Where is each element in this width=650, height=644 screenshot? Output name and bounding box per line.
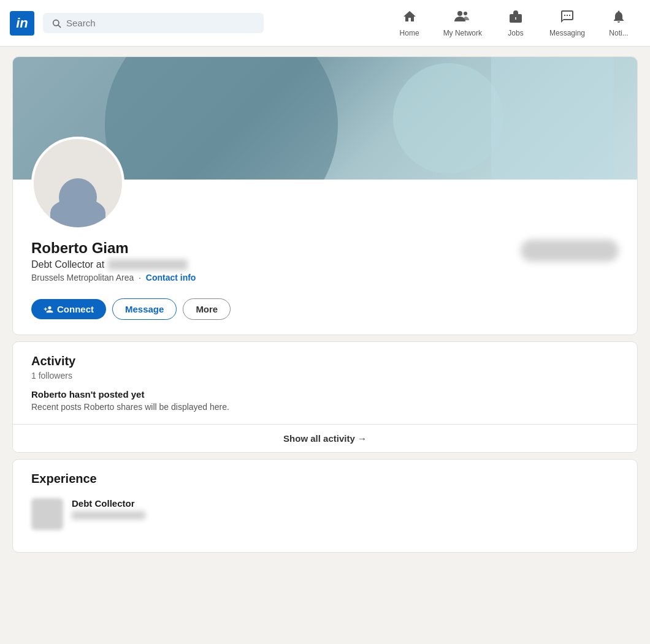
avatar-circle bbox=[31, 137, 124, 230]
search-bar[interactable] bbox=[43, 13, 264, 33]
profile-body: Roberto Giam Debt Collector at Brussels … bbox=[13, 180, 637, 335]
my-network-label: My Network bbox=[443, 29, 482, 37]
connect-label: Connect bbox=[57, 304, 94, 314]
experience-company-name-blurred bbox=[72, 511, 145, 520]
cover-decoration-circle-small bbox=[393, 63, 503, 173]
location-text: Brussels Metropolitan Area bbox=[31, 273, 134, 282]
nav-jobs[interactable]: Jobs bbox=[494, 4, 537, 42]
profile-card: Roberto Giam Debt Collector at Brussels … bbox=[12, 56, 638, 335]
avatar-body bbox=[50, 198, 105, 227]
experience-section: Experience Debt Collector bbox=[12, 459, 638, 553]
activity-title: Activity bbox=[31, 354, 619, 368]
more-button[interactable]: More bbox=[183, 298, 231, 320]
messaging-icon bbox=[560, 9, 575, 28]
search-input[interactable] bbox=[66, 18, 255, 28]
experience-company-logo bbox=[31, 498, 63, 530]
navbar: in Home My Network Jobs bbox=[0, 0, 650, 47]
connect-button[interactable]: Connect bbox=[31, 299, 106, 319]
show-all-activity-label: Show all activity → bbox=[283, 433, 367, 444]
jobs-label: Jobs bbox=[508, 29, 523, 37]
nav-notifications[interactable]: Noti... bbox=[597, 4, 640, 42]
experience-job-title: Debt Collector bbox=[72, 498, 145, 509]
nav-items: Home My Network Jobs Messaging Noti... bbox=[388, 4, 640, 42]
nav-my-network[interactable]: My Network bbox=[434, 4, 492, 42]
profile-location: Brussels Metropolitan Area · Contact inf… bbox=[31, 273, 196, 282]
avatar bbox=[31, 137, 124, 230]
message-button[interactable]: Message bbox=[112, 298, 177, 320]
notifications-icon bbox=[611, 9, 626, 28]
svg-point-2 bbox=[457, 11, 462, 16]
svg-point-3 bbox=[464, 12, 467, 15]
experience-body: Experience Debt Collector bbox=[13, 460, 637, 552]
svg-line-1 bbox=[58, 25, 61, 28]
activity-body: Activity 1 followers Roberto hasn't post… bbox=[13, 342, 637, 424]
activity-followers: 1 followers bbox=[31, 371, 619, 381]
messaging-label: Messaging bbox=[549, 29, 585, 37]
connect-icon bbox=[44, 305, 53, 314]
jobs-icon bbox=[508, 9, 523, 28]
cover-decoration-circle-large bbox=[105, 57, 338, 180]
main-content: Roberto Giam Debt Collector at Brussels … bbox=[12, 56, 638, 553]
profile-title: Debt Collector at bbox=[31, 259, 196, 270]
linkedin-logo[interactable]: in bbox=[10, 11, 34, 36]
experience-item: Debt Collector bbox=[31, 488, 619, 540]
activity-empty-desc: Recent posts Roberto shares will be disp… bbox=[31, 402, 619, 412]
action-buttons: Connect Message More bbox=[31, 298, 619, 320]
experience-info: Debt Collector bbox=[72, 498, 145, 522]
profile-action-right bbox=[521, 240, 619, 262]
profile-details: Roberto Giam Debt Collector at Brussels … bbox=[31, 240, 196, 290]
activity-section: Activity 1 followers Roberto hasn't post… bbox=[12, 341, 638, 453]
profile-name: Roberto Giam bbox=[31, 240, 196, 257]
my-network-icon bbox=[454, 9, 470, 28]
home-icon bbox=[402, 9, 417, 28]
notifications-label: Noti... bbox=[609, 29, 628, 37]
home-label: Home bbox=[400, 29, 419, 37]
activity-empty-title: Roberto hasn't posted yet bbox=[31, 389, 619, 400]
show-all-activity-button[interactable]: Show all activity → bbox=[13, 424, 637, 452]
experience-title: Experience bbox=[31, 472, 619, 486]
action-button-blurred bbox=[521, 240, 619, 262]
contact-info-link[interactable]: Contact info bbox=[146, 273, 196, 282]
search-icon bbox=[52, 18, 61, 28]
profile-info-row: Roberto Giam Debt Collector at Brussels … bbox=[31, 240, 619, 290]
company-name-blurred bbox=[108, 259, 188, 270]
profile-title-prefix: Debt Collector at bbox=[31, 259, 104, 270]
nav-home[interactable]: Home bbox=[388, 4, 431, 42]
cover-decoration-rect bbox=[491, 57, 614, 180]
nav-messaging[interactable]: Messaging bbox=[540, 4, 595, 42]
